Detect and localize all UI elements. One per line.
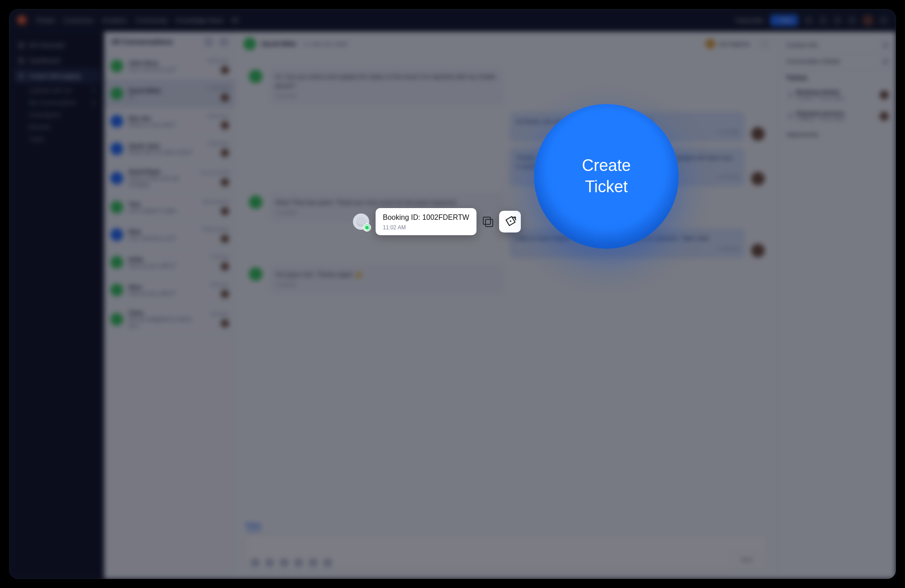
coachmark-bubble: Create Ticket — [534, 104, 679, 249]
whatsapp-badge-icon — [363, 223, 371, 232]
sender-avatar — [353, 213, 369, 230]
coachmark-overlay: Booking ID: 1002FDERTW 11:02 AM Create T… — [9, 9, 896, 579]
window-frame: Tickets Customers Analytics Community Kn… — [9, 9, 896, 579]
svg-point-0 — [510, 220, 511, 222]
highlighted-message-bubble: Booking ID: 1002FDERTW 11:02 AM — [376, 208, 476, 235]
message-time: 11:02 AM — [383, 224, 469, 231]
dim-layer — [9, 9, 896, 579]
copy-icon[interactable] — [483, 217, 493, 227]
message-text: Booking ID: 1002FDERTW — [383, 213, 469, 222]
highlighted-message-row: Booking ID: 1002FDERTW 11:02 AM — [353, 208, 521, 235]
create-ticket-button[interactable] — [499, 211, 521, 232]
coachmark-text: Create Ticket — [561, 155, 652, 198]
